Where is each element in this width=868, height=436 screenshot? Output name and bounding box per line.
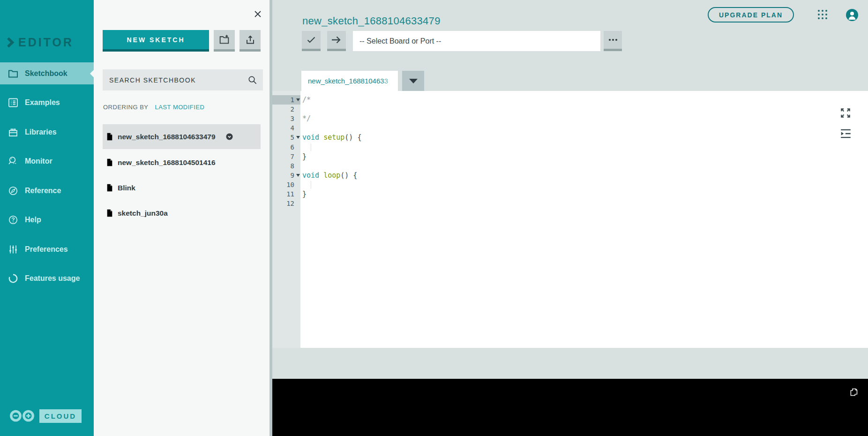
folder-icon (7, 68, 19, 79)
sidebar: EDITOR SketchbookExamplesLibrariesMonito… (0, 0, 94, 436)
code-token: () { (344, 133, 361, 142)
code-token: setup (323, 133, 344, 142)
file-icon (106, 133, 113, 141)
sidebar-item-label: Preferences (25, 245, 68, 254)
close-panel-icon[interactable] (254, 10, 262, 18)
indent-guide (311, 144, 311, 151)
upload-icon (245, 34, 256, 45)
new-folder-button[interactable] (214, 30, 235, 52)
upload-sketch-button[interactable] (327, 31, 346, 51)
code-token: } (302, 190, 307, 198)
sidebar-item-label: Libraries (25, 128, 57, 136)
line-number: 4 (291, 123, 294, 133)
sidebar-item-preferences[interactable]: Preferences (0, 238, 94, 260)
arrow-right-icon (330, 34, 343, 45)
editor-logo[interactable]: EDITOR (7, 36, 74, 49)
sketch-name: Blink (118, 184, 135, 192)
gutter-row: 7 (272, 152, 300, 161)
folder-plus-icon (218, 34, 230, 45)
line-number: 11 (286, 189, 294, 199)
gutter-row: 9 (272, 171, 300, 180)
fullscreen-icon[interactable] (839, 107, 852, 119)
gutter-row: 5 (272, 133, 300, 142)
sketch-name: new_sketch_1688104501416 (118, 158, 216, 167)
sidebar-item-monitor[interactable]: Monitor (0, 150, 94, 172)
sketch-actions-icon[interactable] (226, 133, 233, 140)
code-line: */ (302, 114, 311, 123)
fold-arrow-icon[interactable] (296, 98, 300, 101)
verify-button[interactable] (302, 31, 321, 51)
sidebar-item-examples[interactable]: Examples (0, 91, 94, 113)
line-number: 9 (291, 171, 294, 180)
console-output (272, 379, 868, 436)
line-number: 8 (291, 161, 294, 171)
features-usage-icon (7, 273, 19, 284)
more-options-button[interactable] (604, 31, 622, 51)
upgrade-plan-button[interactable]: UPGRADE PLAN (708, 7, 794, 23)
tab-label: new_sketch_1688104633 (308, 77, 388, 85)
arduino-logo-icon (8, 409, 36, 423)
chevron-down-icon (409, 79, 418, 83)
sketch-row[interactable]: sketch_jun30a (103, 201, 261, 226)
search-box (103, 69, 263, 90)
code-token: () { (340, 171, 357, 180)
sidebar-item-help[interactable]: Help (0, 209, 94, 231)
person-icon (846, 9, 858, 21)
fold-arrow-icon[interactable] (296, 136, 300, 139)
editor-logo-text: EDITOR (18, 36, 74, 49)
gutter-row: 6 (272, 143, 300, 152)
new-sketch-button[interactable]: NEW SKETCH (103, 30, 209, 52)
line-number: 6 (291, 143, 294, 152)
ordering-row: ORDERING BY LAST MODIFIED (103, 104, 204, 111)
preferences-icon (7, 244, 19, 255)
sketch-row[interactable]: Blink (103, 175, 261, 200)
gutter-row: 10 (272, 180, 300, 189)
examples-icon (7, 97, 19, 108)
sidebar-item-reference[interactable]: Reference (0, 180, 94, 202)
code-line: void setup() { (302, 133, 361, 142)
import-sketch-button[interactable] (239, 30, 261, 52)
code-line: /* (302, 95, 311, 105)
line-number: 1 (291, 95, 294, 105)
cloud-brand: CLOUD (8, 409, 82, 423)
indent-guide (311, 181, 311, 188)
code-token: loop (323, 171, 340, 180)
code-token: void (302, 171, 319, 180)
sketch-name: new_sketch_1688104633479 (118, 133, 216, 141)
gutter-row: 2 (272, 105, 300, 114)
gutter-row: 1 (272, 95, 300, 105)
sidebar-item-features-usage[interactable]: Features usage (0, 267, 94, 289)
reference-icon (7, 185, 19, 196)
gutter-row: 11 (272, 189, 300, 199)
gutter-row: 12 (272, 199, 300, 208)
copy-icon[interactable] (849, 387, 859, 397)
line-number: 7 (291, 152, 294, 161)
sidebar-item-libraries[interactable]: Libraries (0, 121, 94, 143)
file-icon (106, 184, 113, 192)
ellipsis-icon (608, 35, 618, 45)
code-token: void (302, 133, 319, 142)
code-editor[interactable]: 123456789101112 /**/void setup() {}void … (272, 91, 868, 348)
ordering-value[interactable]: LAST MODIFIED (155, 104, 205, 111)
apps-grid-icon[interactable] (816, 8, 829, 21)
tab-active-sketch[interactable]: new_sketch_1688104633 (301, 71, 398, 91)
line-number: 2 (291, 105, 294, 114)
code-token (319, 133, 323, 142)
user-avatar[interactable] (846, 9, 858, 21)
help-icon (7, 214, 19, 226)
fold-arrow-icon[interactable] (296, 174, 300, 177)
gutter-row: 4 (272, 123, 300, 133)
search-input[interactable] (103, 69, 263, 90)
editor-gutter: 123456789101112 (272, 91, 300, 348)
sketch-row[interactable]: new_sketch_1688104633479 (103, 124, 261, 149)
sidebar-item-label: Features usage (25, 274, 80, 283)
board-port-selector[interactable]: -- Select Board or Port -- (353, 31, 600, 51)
sidebar-item-label: Monitor (25, 157, 52, 165)
sketch-row[interactable]: new_sketch_1688104501416 (103, 150, 261, 175)
sidebar-item-label: Help (25, 216, 41, 224)
code-token (319, 171, 323, 180)
autoformat-icon[interactable] (839, 128, 852, 140)
libraries-icon (7, 127, 19, 138)
tab-dropdown-button[interactable] (402, 71, 424, 91)
sidebar-item-sketchbook[interactable]: Sketchbook (0, 62, 94, 84)
